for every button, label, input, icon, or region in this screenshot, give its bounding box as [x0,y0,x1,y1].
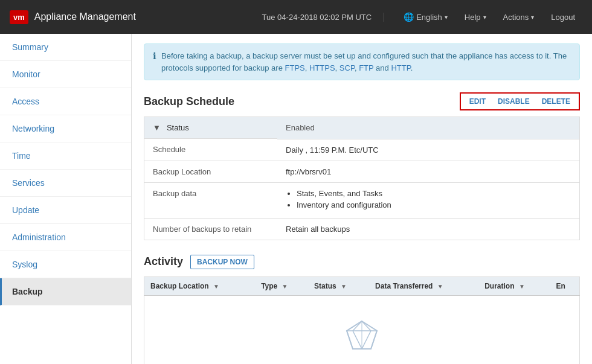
delete-button[interactable]: DELETE [536,95,576,108]
table-row-schedule: Schedule Daily , 11:59 P.M. Etc/UTC [144,139,580,161]
sidebar-item-backup[interactable]: Backup [0,278,131,305]
scp-link[interactable]: SCP [339,63,355,72]
help-menu[interactable]: Help ▾ [457,9,494,25]
chevron-down-icon: ▾ [483,14,486,21]
table-row-backup-location: Backup Location ftp://vbrsrv01 [144,161,580,182]
header-navigation: 🌐 English ▾ Help ▾ Actions ▾ Logout [396,8,582,25]
col-en-label: En [556,282,565,290]
language-selector[interactable]: 🌐 English ▾ [396,8,455,25]
backup-location-value: ftp://vbrsrv01 [277,161,580,182]
sidebar-item-services[interactable]: Services [0,170,131,197]
svg-line-7 [362,331,371,349]
col-backup-location-label: Backup Location [150,282,209,290]
col-type[interactable]: Type ▼ [255,276,308,295]
sort-icon: ▼ [282,283,288,290]
sidebar: Summary Monitor Access Networking Time S… [0,34,132,364]
ftp-link[interactable]: FTP [359,63,373,72]
table-row-retain: Number of backups to retain Retain all b… [144,218,580,240]
sidebar-item-administration[interactable]: Administration [0,224,131,251]
sidebar-item-update[interactable]: Update [0,197,131,224]
backup-location-label: Backup Location [144,161,278,182]
schedule-action-buttons: EDIT DISABLE DELETE [460,92,580,110]
actions-label: Actions [503,13,529,22]
col-duration-label: Duration [484,282,514,290]
col-status[interactable]: Status ▼ [308,276,369,295]
sort-icon: ▼ [519,283,525,290]
retain-value: Retain all backups [277,218,580,240]
col-en: En [550,276,579,295]
sidebar-item-monitor[interactable]: Monitor [0,61,131,88]
backup-data-label: Backup data [144,182,278,218]
backup-schedule-table: ▼ Status Enabled Schedule Daily , 11:59 … [144,117,580,240]
sort-icon: ▼ [341,283,347,290]
diamond-icon [169,320,555,356]
col-status-label: Status [314,282,336,290]
sort-icon: ▼ [437,283,443,290]
info-icon: ℹ [153,51,156,62]
backup-now-button[interactable]: BACKUP NOW [190,255,254,269]
backup-data-item-1: Stats, Events, and Tasks [297,189,571,198]
edit-button[interactable]: EDIT [463,95,492,108]
sidebar-item-time[interactable]: Time [0,142,131,170]
app-title: Appliance Management [34,11,262,22]
app-header: vm Appliance Management Tue 04-24-2018 0… [0,0,592,34]
sort-icon: ▼ [213,283,219,290]
app-logo: vm [10,10,28,24]
chevron-down-icon: ▼ [153,123,161,132]
sidebar-item-access[interactable]: Access [0,88,131,115]
disable-button[interactable]: DISABLE [492,95,536,108]
activity-table: Backup Location ▼ Type ▼ Status ▼ Data T… [144,276,580,365]
status-label: ▼ Status [144,117,277,139]
main-content: ℹ Before taking a backup, a backup serve… [132,34,592,364]
sidebar-item-networking[interactable]: Networking [0,115,131,142]
main-layout: Summary Monitor Access Networking Time S… [0,34,592,364]
chevron-down-icon: ▾ [531,14,534,21]
col-type-label: Type [261,282,277,290]
svg-line-2 [347,331,353,349]
globe-icon: 🌐 [404,12,414,22]
backup-data-value: Stats, Events, and Tasks Inventory and c… [277,182,580,218]
header-datetime: Tue 04-24-2018 02:02 PM UTC [262,13,385,22]
activity-empty-cell [144,295,580,364]
chevron-down-icon: ▾ [445,14,448,21]
svg-line-3 [371,331,377,349]
http-link[interactable]: HTTP [391,63,410,72]
activity-table-header-row: Backup Location ▼ Type ▼ Status ▼ Data T… [144,276,580,295]
sidebar-item-syslog[interactable]: Syslog [0,251,131,278]
help-label: Help [465,13,481,22]
empty-state [150,302,573,365]
activity-header: Activity BACKUP NOW [144,255,580,269]
col-data-transferred[interactable]: Data Transferred ▼ [369,276,478,295]
actions-menu[interactable]: Actions ▾ [496,9,542,25]
table-row-backup-data: Backup data Stats, Events, and Tasks Inv… [144,182,580,218]
activity-empty-row [144,295,580,364]
backup-schedule-header: Backup Schedule EDIT DISABLE DELETE [144,92,580,110]
info-text: Before taking a backup, a backup server … [161,50,571,74]
schedule-label: Schedule [144,139,278,161]
svg-line-6 [353,331,362,349]
logout-button[interactable]: Logout [544,9,582,25]
col-data-transferred-label: Data Transferred [375,282,433,290]
col-duration[interactable]: Duration ▼ [478,276,550,295]
info-alert: ℹ Before taking a backup, a backup serve… [144,43,580,80]
table-row-status: ▼ Status Enabled [144,117,580,139]
https-link[interactable]: HTTPS [309,63,335,72]
schedule-value: Daily , 11:59 P.M. Etc/UTC [277,139,580,161]
ftps-link[interactable]: FTPS [285,63,305,72]
backup-schedule-title: Backup Schedule [144,95,234,108]
activity-title: Activity [144,255,183,268]
retain-label: Number of backups to retain [144,218,278,240]
backup-data-item-2: Inventory and configuration [297,200,571,209]
status-value: Enabled [277,117,580,139]
language-label: English [416,13,442,22]
col-backup-location[interactable]: Backup Location ▼ [144,276,256,295]
sidebar-item-summary[interactable]: Summary [0,34,131,61]
